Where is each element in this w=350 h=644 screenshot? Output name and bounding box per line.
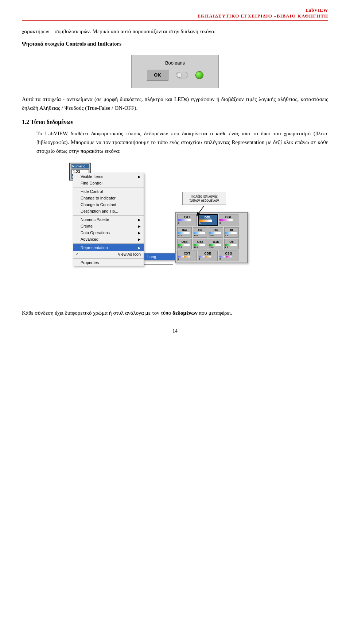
checkmark-icon: ✓ — [75, 252, 78, 256]
ok-button: OK — [147, 69, 168, 81]
submenu-arrow: ▶ — [138, 175, 141, 179]
menu-item-hide-control[interactable]: Hide Control — [73, 188, 144, 195]
controls-subtitle: Ψηφιακά στοιχεία Controls and Indicators — [22, 39, 328, 48]
tooltip-line1: Παλέτα επιλογής — [186, 194, 222, 198]
palette-u64: U64 63 0 — [177, 239, 192, 249]
menu-item-numeric-palette[interactable]: Numeric Palette ▶ — [73, 216, 144, 223]
palette-ext: EXT 0 — [177, 214, 197, 226]
menu-item-view-as-icon[interactable]: ✓ View As Icon — [73, 251, 144, 257]
page-content: χαρακτήρων – συμβολοσειρών. Μερικά από α… — [22, 23, 328, 334]
intro-para2: Αυτά τα στοιχεία - αντικείμενα (σε μορφή… — [22, 95, 328, 112]
menu-item-change-to-constant[interactable]: Change to Constant — [73, 201, 144, 208]
footer-para: Κάθε σύνδεση έχει διαφορετικό χρώμα ή στ… — [22, 309, 328, 317]
submenu-arrow-5: ▶ — [138, 237, 141, 241]
menu-sep-1 — [73, 187, 144, 187]
context-menu: Visible Items ▶ Find Control Hide Contro… — [73, 173, 144, 266]
menu-item-properties[interactable]: Properties — [73, 259, 144, 266]
submenu-arrow-4: ▶ — [138, 231, 141, 235]
page-footer: 14 — [22, 328, 328, 334]
header-line1: LabVIEW — [22, 7, 328, 13]
palette-u16: U16 15 0 — [209, 239, 223, 249]
header-line2: ΕΚΠΑΙΔΕΥΤΙΚΟ ΕΓΧΕΙΡΙΔΙΟ –ΒΙΒΛΙΟ ΚΑΘΗΓΗΤΗ — [22, 13, 328, 19]
menu-item-create[interactable]: Create ▶ — [73, 223, 144, 229]
page-header: LabVIEW ΕΚΠΑΙΔΕΥΤΙΚΟ ΕΓΧΕΙΡΙΔΙΟ –ΒΙΒΛΙΟ … — [22, 7, 328, 21]
intro-para1: χαρακτήρων – συμβολοσειρών. Μερικά από α… — [22, 27, 328, 36]
toggle-switch — [176, 72, 188, 78]
tooltip-box: Παλέτα επιλογής τύπων δεδομένων — [182, 192, 226, 205]
menu-sep-4 — [73, 258, 144, 259]
booleans-title: Booleans — [143, 60, 207, 66]
menu-screenshot-area: Numeric 1.23 DBL Visible Items ▶ Find Co… — [22, 163, 328, 301]
booleans-controls: OK — [143, 69, 207, 81]
menu-item-find-control[interactable]: Find Control — [73, 180, 144, 186]
submenu-arrow-2: ▶ — [138, 218, 141, 222]
submenu-arrow-3: ▶ — [138, 224, 141, 228]
menu-item-description[interactable]: Description and Tip... — [73, 208, 144, 214]
data-palette: EXT 0 DBL 0 SGL 0 — [175, 212, 248, 263]
palette-i8: I8 7 0 — [224, 227, 239, 238]
section-12-para: Το LabVIEW διαθέτει διαφορετικούς τύπους… — [36, 129, 328, 155]
palette-csg: CSG 0 — [219, 251, 238, 261]
page-number: 14 — [172, 328, 178, 334]
menu-item-change-to-indicator[interactable]: Change to Indicator — [73, 195, 144, 201]
palette-dbl: DBL 0 — [198, 214, 218, 226]
toggle-knob — [177, 73, 182, 78]
palette-i64: I64 63 0 — [177, 227, 192, 238]
palette-i16: I16 15 0 — [209, 227, 223, 238]
menu-item-visible-items[interactable]: Visible Items ▶ — [73, 173, 144, 180]
tooltip-line2: τύπων δεδομένων — [186, 198, 222, 202]
menu-sep-2 — [73, 215, 144, 216]
submenu-arrow-6: ▶ — [138, 246, 141, 250]
palette-i32: I32 31 0 — [193, 227, 207, 238]
palette-u8: U8 7 0 — [224, 239, 239, 249]
menu-item-advanced[interactable]: Advanced ▶ — [73, 236, 144, 243]
section-12-title: 1.2 Τύποι δεδομένων — [22, 119, 328, 125]
palette-cdb: CDB 0 — [198, 251, 218, 261]
palette-u32: U32 31 0 — [193, 239, 207, 249]
menu-sep-3 — [73, 243, 144, 244]
menu-screenshot: Numeric 1.23 DBL Visible Items ▶ Find Co… — [69, 163, 281, 301]
booleans-image: Booleans OK — [22, 55, 328, 88]
palette-cxt: CXT 0 — [177, 251, 197, 261]
booleans-box: Booleans OK — [131, 55, 219, 88]
numeric-ctrl-label: Numeric — [71, 164, 89, 168]
menu-item-representation[interactable]: Representation ▶ — [73, 244, 144, 251]
palette-sgl: SGL 0 — [219, 214, 238, 226]
led-indicator — [195, 71, 203, 79]
menu-item-data-operations[interactable]: Data Operations ▶ — [73, 229, 144, 236]
